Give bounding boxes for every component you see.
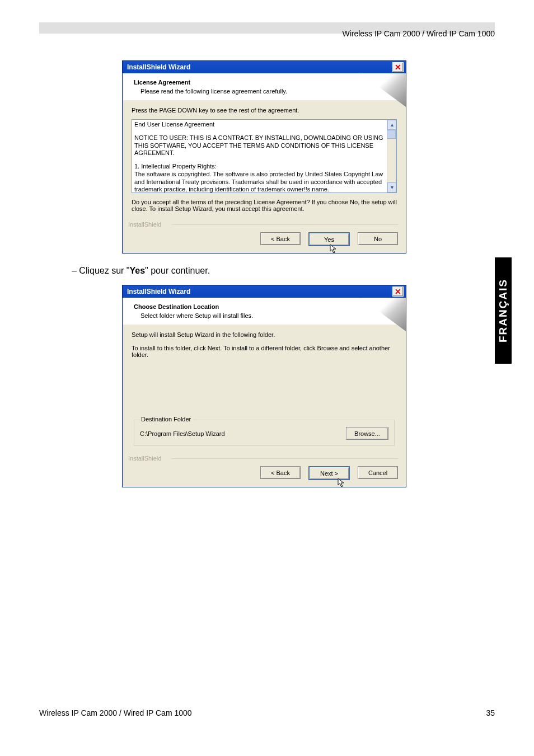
language-tab: FRANÇAIS (495, 257, 512, 364)
dialog-heading: Choose Destination Location (134, 303, 398, 310)
eula-line: End User License Agreement (134, 121, 386, 129)
install-line2: To install to this folder, click Next. T… (132, 345, 397, 358)
close-icon[interactable]: ✕ (392, 287, 404, 297)
eula-textbox[interactable]: End User License Agreement NOTICE TO USE… (132, 119, 397, 193)
instruction-suffix: " pour continuer. (145, 266, 210, 275)
cursor-icon (330, 244, 338, 254)
instruction-text: – Cliquez sur "Yes" pour continuer. (72, 266, 419, 276)
dialog-subheading: Select folder where Setup will install f… (140, 312, 398, 319)
brand-label: InstallShield (128, 221, 406, 228)
brand-label: InstallShield (128, 455, 406, 462)
eula-line: 1. Intellectual Property Rights: (134, 163, 386, 171)
license-dialog: InstallShield Wizard ✕ License Agreement… (122, 60, 406, 253)
back-button[interactable]: < Back (260, 466, 301, 479)
scroll-thumb[interactable] (387, 130, 396, 139)
install-line1: Setup will install Setup Wizard in the f… (132, 331, 397, 338)
destination-dialog: InstallShield Wizard ✕ Choose Destinatio… (122, 285, 406, 487)
dialog-heading: License Agreement (134, 79, 398, 86)
header-title: Wireless IP Cam 2000 / Wired IP Cam 1000 (342, 29, 495, 38)
destination-legend: Destination Folder (139, 416, 193, 422)
window-title: InstallShield Wizard (127, 63, 190, 71)
cancel-button[interactable]: Cancel (358, 466, 398, 479)
close-icon[interactable]: ✕ (392, 62, 404, 72)
browse-button[interactable]: Browse... (346, 427, 388, 440)
no-button[interactable]: No (358, 232, 398, 245)
yes-button[interactable]: Yes (308, 232, 350, 246)
page-number: 35 (486, 708, 495, 717)
instruction-bold: Yes (130, 266, 146, 275)
scrollbar[interactable]: ▴ ▾ (387, 120, 396, 192)
dialog-subheading: Please read the following license agreem… (140, 88, 398, 95)
dialog-header-panel: Choose Destination Location Select folde… (123, 298, 406, 325)
back-button[interactable]: < Back (260, 232, 301, 245)
destination-path: C:\Program Files\Setup Wizard (140, 430, 225, 437)
titlebar[interactable]: InstallShield Wizard ✕ (123, 61, 406, 73)
eula-line: NOTICE TO USER: THIS IS A CONTRACT. BY I… (134, 134, 386, 157)
destination-fieldset: Destination Folder C:\Program Files\Setu… (134, 420, 395, 446)
cursor-icon (338, 478, 345, 488)
dialog-header-panel: License Agreement Please read the follow… (123, 73, 406, 100)
pagedown-hint: Press the PAGE DOWN key to see the rest … (132, 107, 397, 114)
scroll-up-icon[interactable]: ▴ (387, 120, 396, 130)
instruction-prefix: – Cliquez sur " (72, 266, 130, 275)
scroll-down-icon[interactable]: ▾ (387, 182, 396, 192)
eula-line: The software is copyrighted. The softwar… (134, 171, 386, 193)
window-title: InstallShield Wizard (127, 288, 190, 295)
titlebar[interactable]: InstallShield Wizard ✕ (123, 285, 406, 298)
accept-question: Do you accept all the terms of the prece… (132, 199, 397, 212)
footer-title: Wireless IP Cam 2000 / Wired IP Cam 1000 (39, 708, 192, 717)
